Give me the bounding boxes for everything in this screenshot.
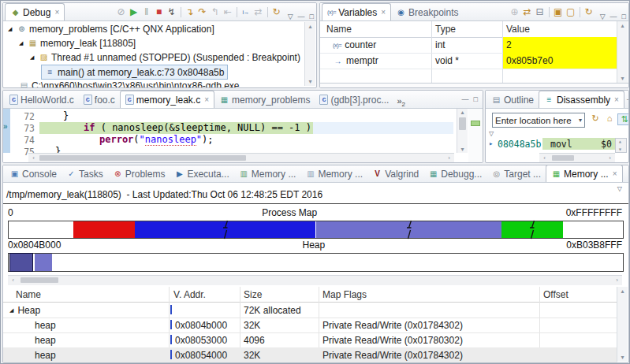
breadcrumb-toggle-icon[interactable]: ▽ [489,130,494,137]
bottom-tab-memory[interactable]: ▦Memory ...× [546,165,623,183]
map-segment[interactable] [9,221,73,238]
right-tab-disassembly[interactable]: ≡Disassembly× [539,91,624,109]
column-header-type[interactable]: Type [435,24,456,35]
debug-vertical-scrollbar[interactable]: ▴ ▾ [304,22,315,86]
minimize-icon[interactable]: — [610,13,617,20]
close-icon[interactable]: × [614,95,619,104]
debug-tree-item[interactable]: ◢⊚memory_problems [C/C++ QNX Application… [8,22,214,35]
scroll-right-icon[interactable]: › [605,154,615,162]
refresh-icon[interactable]: ↻ [589,113,602,125]
map-segment[interactable] [35,254,52,271]
table-row[interactable]: heap0x080530004096Private Read/Write (0x… [3,332,617,348]
expander-icon[interactable]: ◢ [19,40,28,46]
collapse-all-icon[interactable]: ⊟ [534,6,546,17]
editor-tab-helloworld-c[interactable]: cHelloWorld.c [5,91,79,108]
show-type-names-icon[interactable]: ⇄ [521,6,534,17]
bottom-tab-memory[interactable]: ▥Memory ... [300,165,367,182]
minimize-icon[interactable]: — [627,95,628,103]
column-header-v-addr[interactable]: V. Addr. [173,289,206,300]
table-vertical-scrollbar[interactable]: ▴ ▾ [617,287,628,362]
editor-tab-memory-problems[interactable]: ▦memory_problems [214,91,315,108]
scroll-right-icon[interactable]: › [444,154,454,162]
scroll-up-icon[interactable]: ▴ [617,288,628,295]
scroll-up-icon[interactable]: ▴ [305,23,315,30]
column-header-size[interactable]: Size [244,289,262,300]
scroll-thumb[interactable] [459,117,466,130]
location-combo[interactable]: Enter location here ▾ [492,113,585,128]
editor-tab-memory-leak-c[interactable]: cmemory_leak.c× [120,91,214,109]
scroll-left-icon[interactable]: ‹ [539,154,550,162]
expander-icon[interactable]: ◢ [8,26,17,32]
scroll-down-icon[interactable]: ▾ [615,146,625,153]
scroll-up-icon[interactable]: ▴ [617,22,628,29]
open-new-view-icon[interactable]: ▢ [565,6,577,17]
scroll-up-icon[interactable]: ▴ [457,109,468,116]
heap-map-bar[interactable] [8,253,624,272]
maximize-icon[interactable]: □ [622,13,626,20]
scroll-down-icon[interactable]: ▾ [617,354,628,361]
bottom-tab-target[interactable]: ◎Target ... [486,165,546,182]
column-header-offset[interactable]: Offset [543,289,568,300]
scroll-down-icon[interactable]: ▾ [617,75,628,82]
view-menu-icon[interactable]: ▽ [600,13,606,20]
home-icon[interactable]: ⌂ [603,113,616,125]
column-header-map-flags[interactable]: Map Flags [322,289,367,300]
debug-tree-item[interactable]: ◢▨Thread #1 unnamed (STOPPED) (Suspended… [30,50,300,64]
column-header-name[interactable]: Name [16,289,41,300]
tab-overflow-chevron[interactable]: »2 [397,96,405,108]
scroll-thumb[interactable] [39,155,246,161]
bottom-tab-executa[interactable]: ▶Executa... [170,165,233,182]
editor-tab-gdb-3-proc[interactable]: c(gdb[3].proc... [315,91,393,108]
process-map-bar[interactable] [8,221,624,239]
scroll-down-icon[interactable]: ▾ [457,146,468,153]
scroll-up-icon[interactable]: ▴ [615,138,625,145]
top-tab-breakpoints[interactable]: ◉Breakpoints [391,4,463,20]
variable-row[interactable]: (x)=counterint2 [320,37,617,54]
minimize-icon[interactable]: — [462,95,469,103]
debug-tree-item[interactable]: ◢▦memory_leak [118805] [19,36,136,50]
scroll-thumb[interactable] [21,277,58,283]
disassembly-vertical-scrollbar[interactable]: ▴ ▾ [615,138,627,153]
top-tab-variables[interactable]: (x)=Variables× [322,3,391,21]
bottom-tab-console[interactable]: ▣Console [5,165,62,182]
new-view-icon[interactable]: ▣ [552,6,565,17]
scroll-left-icon[interactable]: ‹ [28,154,39,162]
column-header-value[interactable]: Value [506,24,530,35]
bottom-tab-tasks[interactable]: ✓Tasks [62,165,108,182]
variables-vertical-scrollbar[interactable]: ▴ ▾ [617,21,628,83]
map-segment[interactable] [563,221,623,238]
map-segment[interactable] [10,254,32,271]
table-row[interactable]: heap0x0805400032KPrivate Read/Write (0x0… [3,347,617,363]
map-segment[interactable] [73,221,135,238]
scroll-right-icon[interactable]: › [612,277,622,284]
view-menu-icon[interactable]: ▽ [617,185,622,192]
refresh-icon[interactable]: ↻ [583,6,595,17]
map-horizontal-scrollbar[interactable]: ‹ › [8,275,622,285]
scroll-thumb[interactable] [552,155,574,161]
maximize-icon[interactable]: □ [474,95,478,103]
sync-selection-icon[interactable]: ⇅ [617,113,629,125]
scroll-down-icon[interactable]: ▾ [305,78,315,85]
close-icon[interactable]: × [381,8,386,17]
expander-icon[interactable]: ◢ [30,54,39,61]
bottom-tab-problems[interactable]: ⊗Problems [108,165,170,182]
code-editor[interactable]: 72}»73if ( nanosleep(&sleeptime, NULL) =… [3,109,483,162]
maximize-icon[interactable]: □ [310,13,314,20]
bottom-tab-malloc-i[interactable]: ▧Malloc I... [623,165,628,182]
table-row[interactable]: ◢Heap72K allocated [3,303,617,318]
bottom-tab-debugg[interactable]: ▦Debugg... [423,165,486,182]
table-row[interactable]: heap0x0804b00032KPrivate Read/Write (0x0… [3,318,617,333]
overview-ruler[interactable] [468,109,483,162]
bottom-tab-memory[interactable]: ▥Memory ... [234,165,301,182]
disassembly-horizontal-scrollbar[interactable]: ‹ › [539,153,615,162]
current-line-marker[interactable] [471,121,480,126]
close-icon[interactable]: × [613,169,617,178]
debug-tree-item[interactable]: ≡main() at memory_leak.c:73 0x8048a5b [41,65,228,80]
scroll-left-icon[interactable]: ‹ [8,277,18,284]
expander-icon[interactable]: ◢ [9,307,13,314]
editor-tab-foo-c[interactable]: cfoo.c [79,91,120,108]
editor-vertical-scrollbar[interactable]: ▴ ▾ [457,109,468,153]
bottom-tab-valgrind[interactable]: VValgrind [367,165,423,182]
right-tab-outline[interactable]: ▤Outline [486,91,539,108]
close-icon[interactable]: × [204,95,209,104]
